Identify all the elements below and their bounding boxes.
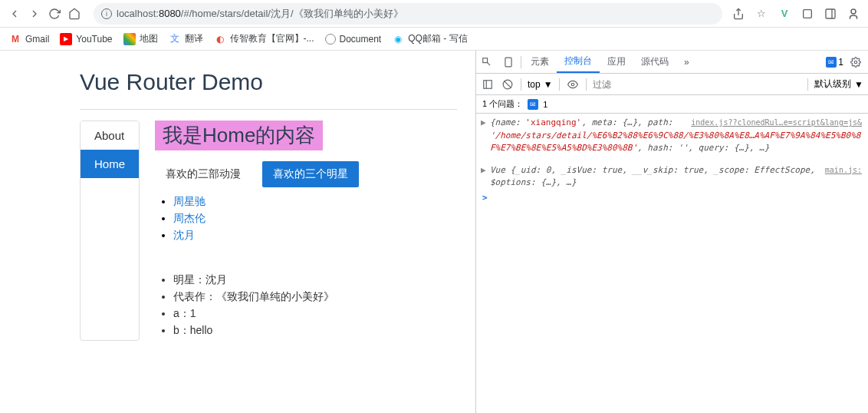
error-badge[interactable]: ✉1 <box>826 57 843 68</box>
console-prompt[interactable]: > <box>476 191 868 204</box>
svg-point-4 <box>851 9 856 14</box>
svg-line-11 <box>504 81 511 88</box>
message-icon: ✉ <box>826 57 837 68</box>
list-item: a：1 <box>173 307 457 321</box>
sidebar-item-home[interactable]: Home <box>81 150 139 178</box>
youtube-icon: ▶ <box>60 33 72 45</box>
url-text: localhost:8080/#/home/stars/detail/沈月/《致… <box>117 7 403 21</box>
tab-stars[interactable]: 喜欢的三个明星 <box>262 161 359 187</box>
gear-icon[interactable] <box>850 56 862 68</box>
devtools-panel: 元素 控制台 应用 源代码 » ✉1 top ▼ 默认级别 ▼ 1 个问题： ✉ <box>475 51 868 413</box>
bookmark-gmail[interactable]: MGmail <box>9 33 49 45</box>
svg-point-12 <box>571 83 574 86</box>
gmail-icon: M <box>9 33 21 45</box>
inspect-icon[interactable] <box>476 51 498 73</box>
bookmarks-bar: MGmail ▶YouTube 地图 文翻译 ◐传智教育【官网】-... Doc… <box>0 28 868 51</box>
bookmark-chuanzhi[interactable]: ◐传智教育【官网】-... <box>214 32 314 45</box>
bookmark-maps[interactable]: 地图 <box>123 32 158 45</box>
log-source[interactable]: index.js??clonedRul…e=script&lang=js& <box>691 117 862 128</box>
profile-icon[interactable] <box>847 7 860 21</box>
content-panel: 我是Home的内容 喜欢的三部动漫 喜欢的三个明星 周星驰 周杰伦 沈月 明星：… <box>155 121 457 341</box>
eye-icon[interactable] <box>566 78 580 91</box>
detail-list: 明星：沈月 代表作：《致我们单纯的小美好》 a：1 b：hello <box>173 273 457 338</box>
home-icon[interactable] <box>67 7 81 21</box>
chuanzhi-icon: ◐ <box>214 33 226 45</box>
list-item: b：hello <box>173 324 457 338</box>
device-icon[interactable] <box>498 51 519 73</box>
content-tabs: 喜欢的三部动漫 喜欢的三个明星 <box>155 161 457 187</box>
tab-application[interactable]: 应用 <box>600 51 633 73</box>
tab-elements[interactable]: 元素 <box>523 51 557 73</box>
list-item: 周星驰 <box>173 195 457 209</box>
page-title: Vue Router Demo <box>80 69 457 95</box>
divider <box>80 109 457 110</box>
reload-icon[interactable] <box>48 7 61 21</box>
filter-input[interactable] <box>593 79 802 90</box>
back-icon[interactable] <box>8 7 21 21</box>
clear-icon[interactable] <box>501 78 515 91</box>
divider <box>559 78 560 91</box>
console-toolbar: top ▼ 默认级别 ▼ <box>476 74 868 95</box>
divider <box>807 78 808 91</box>
tab-console[interactable]: 控制台 <box>557 51 600 73</box>
star-link[interactable]: 周杰伦 <box>173 212 205 224</box>
star-link[interactable]: 周星驰 <box>173 195 205 207</box>
issues-label: 1 个问题： <box>482 98 523 110</box>
sidebar: About Home <box>80 121 140 341</box>
share-icon[interactable] <box>732 7 745 21</box>
message-icon: ✉ <box>528 99 538 110</box>
tab-more[interactable]: » <box>676 51 697 73</box>
list-item: 代表作：《致我们单纯的小美好》 <box>173 290 457 304</box>
extensions-icon[interactable] <box>801 7 814 21</box>
expand-arrow-icon[interactable]: ▶ <box>481 117 486 130</box>
expand-arrow-icon[interactable]: ▶ <box>481 164 486 177</box>
address-bar[interactable]: i localhost:8080/#/home/stars/detail/沈月/… <box>94 3 722 25</box>
list-item: 沈月 <box>173 229 457 243</box>
star-icon[interactable]: ☆ <box>755 7 768 21</box>
divider <box>586 78 587 91</box>
context-select[interactable]: top ▼ <box>528 79 553 90</box>
svg-rect-1 <box>804 9 812 18</box>
svg-point-7 <box>854 61 857 64</box>
divider <box>521 56 521 68</box>
tab-sources[interactable]: 源代码 <box>633 51 676 73</box>
svg-rect-8 <box>484 80 492 88</box>
content-heading: 我是Home的内容 <box>155 121 323 150</box>
maps-icon <box>123 33 136 45</box>
sidebar-toggle-icon[interactable] <box>481 78 495 91</box>
page-viewport: Vue Router Demo About Home 我是Home的内容 喜欢的… <box>0 51 475 413</box>
list-item: 明星：沈月 <box>173 273 457 287</box>
panel-icon[interactable] <box>824 7 837 21</box>
bookmark-document[interactable]: Document <box>325 34 382 45</box>
log-entry[interactable]: index.js??clonedRul…e=script&lang=js& ▶ … <box>476 115 868 157</box>
svg-rect-5 <box>483 58 488 62</box>
issues-count: 1 <box>543 100 547 109</box>
levels-select[interactable]: 默认级别 ▼ <box>814 78 863 91</box>
vue-devtools-icon[interactable]: V <box>778 7 791 21</box>
sidebar-item-about[interactable]: About <box>81 121 139 150</box>
translate-icon: 文 <box>169 33 181 45</box>
list-item: 周杰伦 <box>173 212 457 226</box>
devtools-tabs: 元素 控制台 应用 源代码 » ✉1 <box>476 51 868 74</box>
svg-rect-6 <box>505 58 511 67</box>
log-source[interactable]: main.js: <box>825 164 862 176</box>
bookmark-youtube[interactable]: ▶YouTube <box>60 33 112 45</box>
qqmail-icon: ◉ <box>392 33 404 45</box>
log-entry[interactable]: main.js: ▶ Vue {_uid: 0, _isVue: true, _… <box>476 163 868 191</box>
bookmark-translate[interactable]: 文翻译 <box>169 32 203 45</box>
info-icon[interactable]: i <box>101 8 112 19</box>
console-output: index.js??clonedRul…e=script&lang=js& ▶ … <box>476 114 868 413</box>
tab-anime[interactable]: 喜欢的三部动漫 <box>155 161 252 187</box>
divider <box>521 78 521 91</box>
forward-icon[interactable] <box>28 7 41 21</box>
star-list: 周星驰 周杰伦 沈月 <box>173 195 457 243</box>
document-icon <box>325 34 336 45</box>
bookmark-qqmail[interactable]: ◉QQ邮箱 - 写信 <box>392 32 467 45</box>
browser-toolbar: i localhost:8080/#/home/stars/detail/沈月/… <box>0 0 868 28</box>
star-link[interactable]: 沈月 <box>173 229 195 241</box>
issues-bar[interactable]: 1 个问题： ✉ 1 <box>476 95 868 114</box>
svg-rect-2 <box>826 9 835 18</box>
